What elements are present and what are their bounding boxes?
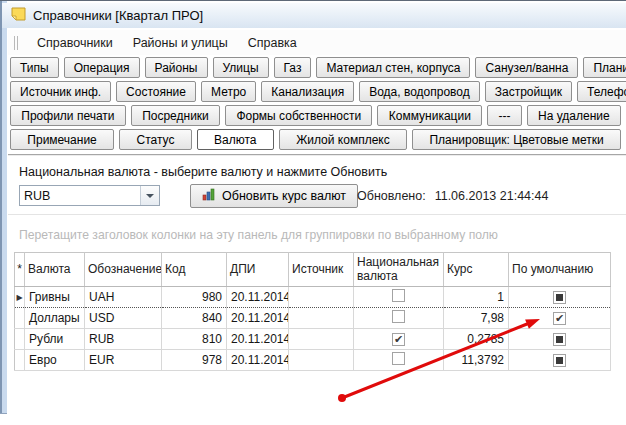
cell-designation[interactable]: USD (85, 308, 162, 329)
tab-row-4: Примечание Статус Валюта Жилой комплекс … (10, 129, 621, 150)
tab-wall-material[interactable]: Материал стен, корпуса (316, 57, 470, 78)
tab-row-3: Профили печати Посредники Формы собствен… (10, 105, 621, 126)
national-currency-label: Национальная валюта - выберите валюту и … (19, 165, 387, 179)
national-currency-select[interactable]: RUB (19, 185, 160, 206)
tab-types[interactable]: Типы (10, 57, 59, 78)
tab-residential-complex[interactable]: Жилой комплекс (279, 129, 407, 150)
cell-dpi[interactable]: 20.11.2014 (227, 287, 289, 308)
update-rates-button-label: Обновить курс валют (222, 189, 346, 203)
cell-currency[interactable]: Евро (25, 350, 85, 371)
column-header-currency[interactable]: Валюта (25, 253, 85, 287)
national-checkbox[interactable] (392, 289, 405, 302)
cell-code[interactable]: 840 (162, 308, 227, 329)
cell-source[interactable] (289, 287, 354, 308)
column-header-national[interactable]: Национальная валюта (354, 253, 444, 287)
cell-code[interactable]: 810 (162, 329, 227, 350)
update-rates-button[interactable]: Обновить курс валют (190, 184, 358, 208)
national-checkbox[interactable] (392, 310, 405, 323)
tab-currency[interactable]: Валюта (197, 129, 274, 150)
tab-dashes[interactable]: --- (487, 105, 522, 126)
combo-selected-value: RUB (20, 186, 140, 205)
bar-chart-icon (202, 188, 216, 204)
tab-sewerage[interactable]: Канализация (261, 81, 354, 102)
cell-dpi[interactable]: 20.11.2014 (227, 329, 289, 350)
cell-currency[interactable]: Рубли (25, 329, 85, 350)
column-header-dpi[interactable]: ДПИ (227, 253, 289, 287)
cell-code[interactable]: 980 (162, 287, 227, 308)
grid-header-row: * Валюта Обозначение Код ДПИ Источник На… (15, 253, 611, 287)
cell-rate[interactable]: 7,98 (444, 308, 509, 329)
tab-operation[interactable]: Операция (64, 57, 140, 78)
tab-layout[interactable]: Планировка (583, 57, 626, 78)
cell-source[interactable] (289, 308, 354, 329)
tab-developer[interactable]: Застройщик (485, 81, 572, 102)
tab-print-profiles[interactable]: Профили печати (10, 105, 126, 126)
cell-source[interactable] (289, 350, 354, 371)
cell-national (354, 308, 444, 329)
table-row[interactable]: Рубли RUB 810 20.11.2014 0,2785 (15, 329, 611, 350)
title-bar[interactable]: Справочники [Квартал ПРО] (2, 3, 626, 28)
cell-dpi[interactable]: 20.11.2014 (227, 350, 289, 371)
combo-dropdown-button[interactable] (140, 186, 159, 205)
window-left-border (0, 1, 7, 414)
cell-source[interactable] (289, 329, 354, 350)
table-row[interactable]: Евро EUR 978 20.11.2014 11,3792 (15, 350, 611, 371)
column-header-source[interactable]: Источник (289, 253, 354, 287)
tab-planner-color-marks[interactable]: Планировщик: Цветовые метки (412, 129, 621, 150)
currency-grid: * Валюта Обозначение Код ДПИ Источник На… (14, 252, 611, 371)
tab-communications[interactable]: Коммуникации (377, 105, 482, 126)
default-checkbox[interactable] (553, 291, 566, 304)
default-checkbox[interactable] (553, 354, 566, 367)
table-row[interactable]: Доллары USD 840 20.11.2014 7,98 (15, 308, 611, 329)
cell-rate[interactable]: 11,3792 (444, 350, 509, 371)
tab-ownership-forms[interactable]: Формы собственности (225, 105, 372, 126)
tab-info-source[interactable]: Источник инф. (10, 81, 111, 102)
menu-bar: Справочники Районы и улицы Справка (8, 30, 626, 55)
cell-dpi[interactable]: 20.11.2014 (227, 308, 289, 329)
cell-rate[interactable]: 0,2785 (444, 329, 509, 350)
tab-status[interactable]: Статус (119, 129, 192, 150)
cell-national (354, 287, 444, 308)
menu-item-districts-streets[interactable]: Районы и улицы (126, 33, 235, 53)
tab-metro[interactable]: Метро (201, 81, 256, 102)
menu-grip-icon[interactable] (14, 36, 18, 50)
note-icon (11, 7, 26, 24)
tab-water-supply[interactable]: Вода, водопровод (359, 81, 480, 102)
section-divider (8, 214, 626, 215)
column-header-default[interactable]: По умолчанию (509, 253, 611, 287)
tab-phones[interactable]: Телефоны (577, 81, 626, 102)
national-checkbox[interactable] (392, 333, 405, 346)
tab-row-2: Источник инф. Состояние Метро Канализаци… (10, 81, 621, 102)
column-header-designation[interactable]: Обозначение (85, 253, 162, 287)
tab-districts[interactable]: Районы (145, 57, 208, 78)
row-indicator (15, 329, 25, 350)
tab-bathroom[interactable]: Санузел/ванна (475, 57, 578, 78)
cell-code[interactable]: 978 (162, 350, 227, 371)
window-title: Справочники [Квартал ПРО] (33, 8, 203, 23)
cell-designation[interactable]: EUR (85, 350, 162, 371)
tab-gas[interactable]: Газ (274, 57, 312, 78)
national-checkbox[interactable] (392, 352, 405, 365)
tab-streets[interactable]: Улицы (213, 57, 269, 78)
cell-default (509, 329, 611, 350)
tab-intermediaries[interactable]: Посредники (131, 105, 220, 126)
menu-item-directories[interactable]: Справочники (30, 33, 120, 53)
row-indicator (15, 308, 25, 329)
column-header-code[interactable]: Код (162, 253, 227, 287)
cell-designation[interactable]: RUB (85, 329, 162, 350)
default-checkbox[interactable] (553, 333, 566, 346)
last-updated-text: Обновлено:11.06.2013 21:44:44 (357, 189, 557, 203)
menu-item-help[interactable]: Справка (241, 33, 304, 53)
default-checkbox[interactable] (553, 312, 566, 325)
cell-designation[interactable]: UAH (85, 287, 162, 308)
cell-rate[interactable]: 1 (444, 287, 509, 308)
column-header-rate[interactable]: Курс (444, 253, 509, 287)
table-row[interactable]: ▶ Гривны UAH 980 20.11.2014 1 (15, 287, 611, 308)
tab-note[interactable]: Примечание (10, 129, 114, 150)
cell-currency[interactable]: Доллары (25, 308, 85, 329)
cell-currency[interactable]: Гривны (25, 287, 85, 308)
tab-for-deletion[interactable]: На удаление (527, 105, 621, 126)
row-indicator (15, 350, 25, 371)
column-header-indicator[interactable]: * (15, 253, 25, 287)
tab-state[interactable]: Состояние (116, 81, 196, 102)
